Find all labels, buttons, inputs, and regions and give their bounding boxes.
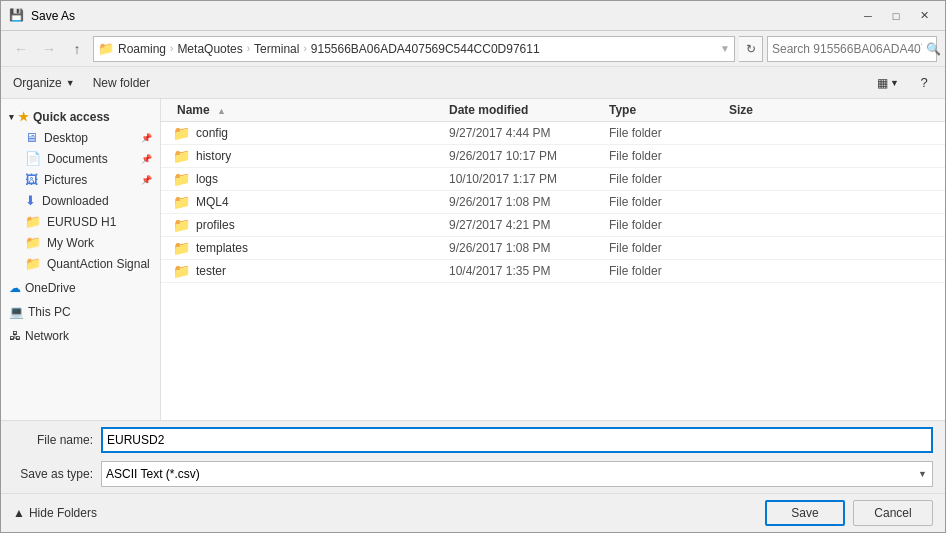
filetype-row: Save as type: ASCII Text (*.csv)CSV (*.c…	[1, 459, 945, 493]
hide-folders-button[interactable]: ▲ Hide Folders	[13, 506, 97, 520]
sidebar-item-desktop[interactable]: 🖥 Desktop 📌	[1, 127, 160, 148]
refresh-button[interactable]: ↻	[739, 36, 763, 62]
file-row-date: 9/26/2017 10:17 PM	[449, 149, 609, 163]
network-label: Network	[25, 329, 69, 343]
sidebar-item-eurusd[interactable]: 📁 EURUSD H1	[1, 211, 160, 232]
file-row-date: 9/27/2017 4:21 PM	[449, 218, 609, 232]
file-folder-icon: 📁	[173, 240, 190, 256]
file-row-type: File folder	[609, 195, 729, 209]
help-button[interactable]: ?	[911, 70, 937, 96]
crumb-terminal[interactable]: Terminal	[254, 42, 299, 56]
file-folder-icon: 📁	[173, 263, 190, 279]
quick-access-label: Quick access	[33, 110, 110, 124]
cancel-button[interactable]: Cancel	[853, 500, 933, 526]
table-row[interactable]: 📁 templates 9/26/2017 1:08 PM File folde…	[161, 237, 945, 260]
column-size[interactable]: Size	[729, 103, 937, 117]
file-name-text: profiles	[196, 218, 235, 232]
filetype-select[interactable]: ASCII Text (*.csv)CSV (*.csv)Text (*.txt…	[101, 461, 933, 487]
sidebar-item-eurusd-label: EURUSD H1	[47, 215, 116, 229]
title-bar-controls: ─ □ ✕	[855, 6, 937, 26]
sidebar-item-pictures[interactable]: 🖼 Pictures 📌	[1, 169, 160, 190]
table-row[interactable]: 📁 tester 10/4/2017 1:35 PM File folder	[161, 260, 945, 283]
forward-button[interactable]: →	[37, 37, 61, 61]
sidebar-item-downloaded[interactable]: ⬇ Downloaded	[1, 190, 160, 211]
file-folder-icon: 📁	[173, 171, 190, 187]
file-row-name: 📁 history	[169, 148, 449, 164]
view-button[interactable]: ▦ ▼	[873, 74, 903, 92]
file-folder-icon: 📁	[173, 194, 190, 210]
onedrive-item[interactable]: ☁ OneDrive	[1, 278, 160, 298]
view-chevron-icon: ▼	[890, 78, 899, 88]
hide-folders-icon: ▲	[13, 506, 25, 520]
crumb-sep-2: ›	[247, 43, 250, 54]
sidebar-item-documents[interactable]: 📄 Documents 📌	[1, 148, 160, 169]
file-row-date: 10/10/2017 1:17 PM	[449, 172, 609, 186]
sidebar-item-pictures-label: Pictures	[44, 173, 87, 187]
main-content: ▾ ★ Quick access 🖥 Desktop 📌 📄 Documents…	[1, 99, 945, 420]
filename-row: File name:	[1, 421, 945, 459]
file-rows-container: 📁 config 9/27/2017 4:44 PM File folder 📁…	[161, 122, 945, 283]
network-item[interactable]: 🖧 Network	[1, 326, 160, 346]
address-dropdown-icon: ▼	[720, 43, 730, 54]
file-folder-icon: 📁	[173, 148, 190, 164]
organize-label: Organize	[13, 76, 62, 90]
table-row[interactable]: 📁 MQL4 9/26/2017 1:08 PM File folder	[161, 191, 945, 214]
quantaction-folder-icon: 📁	[25, 256, 41, 271]
organize-button[interactable]: Organize ▼	[9, 74, 79, 92]
crumb-metaquotes[interactable]: MetaQuotes	[177, 42, 242, 56]
onedrive-icon: ☁	[9, 281, 21, 295]
pin-icon-pics: 📌	[141, 175, 152, 185]
quick-access-chevron-icon: ▾	[9, 112, 14, 122]
table-row[interactable]: 📁 history 9/26/2017 10:17 PM File folder	[161, 145, 945, 168]
sidebar-item-documents-label: Documents	[47, 152, 108, 166]
file-row-date: 9/26/2017 1:08 PM	[449, 241, 609, 255]
network-section: 🖧 Network	[1, 326, 160, 346]
pictures-folder-icon: 🖼	[25, 172, 38, 187]
column-type[interactable]: Type	[609, 103, 729, 117]
file-name-text: config	[196, 126, 228, 140]
pin-icon-docs: 📌	[141, 154, 152, 164]
sidebar: ▾ ★ Quick access 🖥 Desktop 📌 📄 Documents…	[1, 99, 161, 420]
thispc-item[interactable]: 💻 This PC	[1, 302, 160, 322]
mywork-folder-icon: 📁	[25, 235, 41, 250]
title-bar-title: Save As	[31, 9, 855, 23]
address-bar[interactable]: 📁 Roaming › MetaQuotes › Terminal › 9155…	[93, 36, 735, 62]
organize-chevron-icon: ▼	[66, 78, 75, 88]
crumb-roaming[interactable]: Roaming	[118, 42, 166, 56]
file-row-name: 📁 tester	[169, 263, 449, 279]
downloaded-folder-icon: ⬇	[25, 193, 36, 208]
quick-access-header[interactable]: ▾ ★ Quick access	[1, 107, 160, 127]
file-list: Name ▲ Date modified Type Size 📁 config	[161, 99, 945, 420]
table-row[interactable]: 📁 config 9/27/2017 4:44 PM File folder	[161, 122, 945, 145]
filename-input[interactable]	[101, 427, 933, 453]
pin-icon-desktop: 📌	[141, 133, 152, 143]
sidebar-item-quantaction[interactable]: 📁 QuantAction Signal	[1, 253, 160, 274]
title-bar: 💾 Save As ─ □ ✕	[1, 1, 945, 31]
desktop-folder-icon: 🖥	[25, 130, 38, 145]
up-button[interactable]: ↑	[65, 37, 89, 61]
title-bar-icon: 💾	[9, 8, 25, 24]
column-name[interactable]: Name ▲	[169, 103, 449, 117]
bottom-area: File name: Save as type: ASCII Text (*.c…	[1, 420, 945, 532]
file-name-text: logs	[196, 172, 218, 186]
save-button[interactable]: Save	[765, 500, 845, 526]
table-row[interactable]: 📁 profiles 9/27/2017 4:21 PM File folder	[161, 214, 945, 237]
maximize-button[interactable]: □	[883, 6, 909, 26]
address-toolbar: ← → ↑ 📁 Roaming › MetaQuotes › Terminal …	[1, 31, 945, 67]
search-box[interactable]: 🔍	[767, 36, 937, 62]
filetype-select-wrapper: ASCII Text (*.csv)CSV (*.csv)Text (*.txt…	[101, 461, 933, 487]
view-icon: ▦	[877, 76, 888, 90]
file-row-date: 9/26/2017 1:08 PM	[449, 195, 609, 209]
close-button[interactable]: ✕	[911, 6, 937, 26]
file-name-text: tester	[196, 264, 226, 278]
file-row-name: 📁 config	[169, 125, 449, 141]
new-folder-button[interactable]: New folder	[87, 74, 156, 92]
table-row[interactable]: 📁 logs 10/10/2017 1:17 PM File folder	[161, 168, 945, 191]
back-button[interactable]: ←	[9, 37, 33, 61]
search-input[interactable]	[772, 42, 922, 56]
column-date[interactable]: Date modified	[449, 103, 609, 117]
sidebar-item-mywork[interactable]: 📁 My Work	[1, 232, 160, 253]
file-row-type: File folder	[609, 264, 729, 278]
minimize-button[interactable]: ─	[855, 6, 881, 26]
crumb-guid[interactable]: 915566BA06ADA407569C544CC0D97611	[311, 42, 540, 56]
